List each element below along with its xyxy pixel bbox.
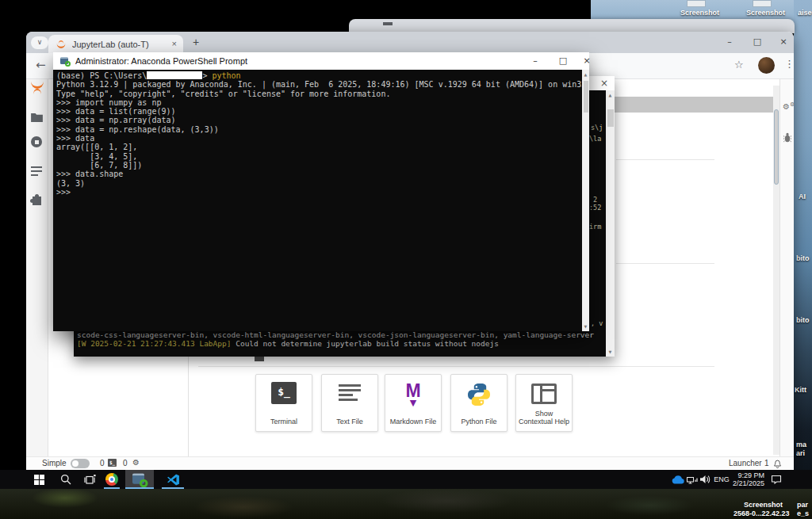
redacted-username bbox=[147, 71, 202, 79]
clock[interactable]: 9:29 PM2/21/2025 bbox=[733, 470, 764, 489]
desktop-icon-label[interactable]: ari bbox=[796, 449, 805, 457]
card-label: Markdown File bbox=[389, 418, 439, 426]
terminals-count: 0 bbox=[100, 459, 105, 467]
desktop-icon-label[interactable]: ma bbox=[796, 441, 806, 448]
card-label: Terminal bbox=[269, 418, 299, 426]
profile-avatar[interactable] bbox=[758, 57, 775, 74]
taskbar-anaconda-powershell-icon[interactable] bbox=[125, 470, 154, 489]
powershell-close-button[interactable]: × bbox=[576, 52, 598, 70]
action-center-icon[interactable] bbox=[768, 470, 785, 489]
table-of-contents-icon[interactable] bbox=[31, 165, 44, 177]
divider bbox=[616, 263, 714, 264]
text-file-icon bbox=[339, 382, 361, 403]
desktop-icon-label[interactable]: Screenshot bbox=[744, 501, 783, 509]
taskbar-chrome-icon[interactable] bbox=[102, 470, 121, 489]
clipped-log-fragment: \la bbox=[589, 135, 601, 143]
desktop-wallpaper-bottom bbox=[0, 489, 812, 519]
clipped-log-fragment: , v bbox=[591, 319, 603, 327]
powershell-scrollbar[interactable]: ▲ ▼ bbox=[582, 70, 589, 331]
scroll-up-icon[interactable]: ▲ bbox=[582, 72, 589, 77]
terminal-line: >>> data.shape bbox=[56, 170, 589, 178]
terminal-line: (3, 3) bbox=[56, 179, 589, 188]
desktop-icon-thumbnail[interactable] bbox=[753, 0, 772, 7]
browser-minimize-button[interactable]: – bbox=[718, 34, 741, 50]
desktop-icon-label[interactable]: bito bbox=[796, 254, 810, 262]
launcher-card-terminal[interactable]: $_ Terminal bbox=[255, 374, 312, 432]
new-tab-button[interactable]: + bbox=[190, 36, 202, 49]
start-button[interactable] bbox=[30, 470, 48, 489]
terminal-line: [3, 4, 5], bbox=[56, 152, 589, 161]
running-kernels-icon[interactable] bbox=[31, 136, 44, 149]
card-label: Show Contextual Help bbox=[516, 410, 572, 426]
task-view-icon[interactable] bbox=[81, 470, 98, 489]
browser-tab-strip: ∨ JupyterLab (auto-T) × + – □ × bbox=[26, 32, 794, 53]
launcher-card-markdown-file[interactable]: M▼ Markdown File bbox=[385, 374, 442, 432]
desktop-icon-label[interactable]: bito bbox=[796, 316, 810, 324]
property-inspector-icon[interactable]: ⚙⚙ bbox=[783, 101, 794, 111]
desktop-icon-sublabel[interactable]: 2568-0...22.42.23 bbox=[733, 509, 790, 517]
taskbar-vscode-icon[interactable] bbox=[160, 470, 186, 489]
powershell-title: Administrator: Anaconda PowerShell Promp… bbox=[75, 56, 247, 66]
volume-icon[interactable] bbox=[698, 470, 712, 489]
terminal-line: >>> data = np.reshape(data, (3,3)) bbox=[56, 125, 589, 134]
powershell-maximize-button[interactable]: □ bbox=[552, 52, 574, 70]
scroll-down-icon[interactable]: ▼ bbox=[606, 349, 615, 354]
bookmark-star-icon[interactable]: ☆ bbox=[734, 59, 744, 71]
terminal-line: [6, 7, 8]]) bbox=[56, 161, 589, 170]
powershell-titlebar[interactable]: Administrator: Anaconda PowerShell Promp… bbox=[53, 52, 589, 70]
notification-count[interactable]: 1 bbox=[764, 459, 769, 467]
tray-date: 2/21/2025 bbox=[733, 479, 764, 487]
desktop-icon-label[interactable]: Screenshot bbox=[746, 9, 785, 17]
terminal-line: Type "help", "copyright", "credits" or "… bbox=[56, 90, 589, 98]
divider bbox=[616, 159, 714, 160]
terminal-line: >>> bbox=[56, 188, 589, 197]
tab-search-chevron-icon[interactable]: ∨ bbox=[31, 36, 48, 49]
desktop-icon-thumbnail[interactable] bbox=[687, 0, 706, 7]
language-indicator[interactable]: ENG bbox=[712, 470, 731, 489]
taskbar-search-icon[interactable] bbox=[57, 470, 75, 489]
page-scrollbar[interactable] bbox=[773, 86, 779, 455]
terminal-line: >>> import numpy as np bbox=[56, 98, 589, 107]
browser-tab-jupyterlab[interactable]: JupyterLab (auto-T) × bbox=[48, 35, 183, 53]
desktop-icon-label[interactable]: AI bbox=[799, 193, 806, 200]
launcher-card-python-file[interactable]: Python File bbox=[450, 374, 508, 432]
back-button[interactable]: ← bbox=[36, 58, 46, 72]
powershell-window: Administrator: Anaconda PowerShell Promp… bbox=[53, 52, 589, 331]
simple-mode-toggle[interactable] bbox=[71, 459, 90, 468]
contextual-help-icon bbox=[531, 384, 557, 404]
vscode-running-indicator bbox=[162, 487, 184, 489]
chrome-running-indicator bbox=[104, 487, 120, 489]
statusbar-context-label: Launcher bbox=[729, 459, 762, 467]
onedrive-cloud-icon[interactable] bbox=[670, 470, 686, 489]
launcher-card-text-file[interactable]: Text File bbox=[321, 374, 378, 432]
browser-restore-button[interactable]: □ bbox=[745, 34, 769, 50]
terminal-line: >>> data bbox=[56, 134, 589, 143]
server-console-close-icon[interactable]: × bbox=[600, 78, 608, 89]
terminal-prompt-line: (base) PS C:\Users\> python bbox=[56, 71, 589, 80]
terminal-line: array([[0, 1, 2], bbox=[56, 143, 589, 151]
launcher-section-divider bbox=[198, 366, 714, 367]
server-log-warning: [W 2025-02-21 21:27:43.413 LabApp] Could… bbox=[77, 339, 499, 348]
simple-mode-label: Simple bbox=[42, 459, 67, 467]
server-console-scrollbar[interactable]: ▲ ▼ bbox=[606, 90, 615, 357]
desktop-icon-sublabel[interactable]: e_s bbox=[797, 509, 809, 517]
desktop-icon-label[interactable]: Kitt bbox=[795, 386, 806, 394]
launcher-card-contextual-help[interactable]: Show Contextual Help bbox=[515, 374, 573, 432]
desktop-icon-label[interactable]: aise bbox=[798, 9, 812, 17]
scroll-up-icon[interactable]: ▲ bbox=[606, 93, 615, 97]
terminal-line: Python 3.12.9 | packaged by Anaconda, In… bbox=[56, 80, 589, 89]
desktop-icon-label[interactable]: par bbox=[797, 501, 808, 509]
clipped-log-fragment: irm bbox=[589, 223, 601, 231]
jupyterlab-favicon-icon bbox=[56, 40, 65, 48]
file-browser-icon[interactable] bbox=[31, 111, 44, 124]
extension-manager-icon[interactable] bbox=[31, 194, 44, 207]
scroll-down-icon[interactable]: ▼ bbox=[582, 324, 589, 329]
terminal-line: >>> data = list(range(9)) bbox=[56, 107, 589, 116]
tab-close-icon[interactable]: × bbox=[172, 40, 177, 48]
debugger-bug-icon[interactable] bbox=[783, 132, 791, 146]
desktop-icon-label[interactable]: Screenshot bbox=[680, 9, 719, 17]
browser-close-button[interactable]: × bbox=[772, 34, 795, 50]
browser-menu-icon[interactable]: ⋮ bbox=[784, 58, 795, 70]
bell-icon[interactable] bbox=[773, 459, 782, 470]
powershell-minimize-button[interactable]: – bbox=[524, 52, 546, 70]
